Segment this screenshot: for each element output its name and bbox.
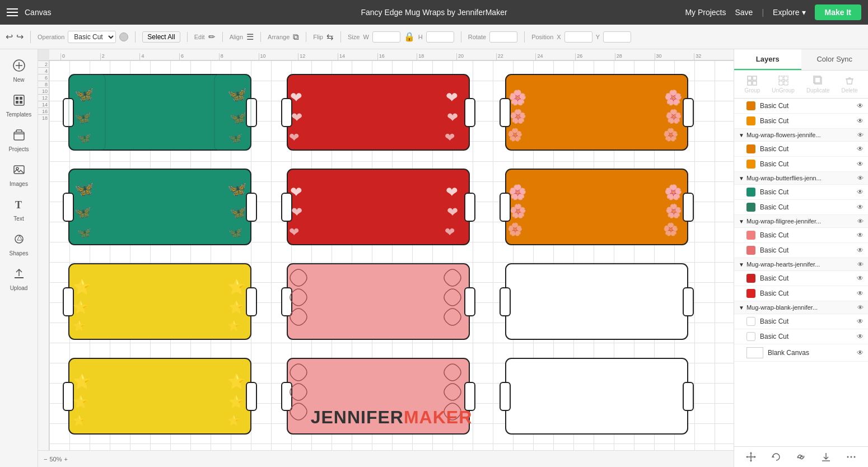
chevron-down-icon[interactable]: ▼ bbox=[739, 175, 744, 181]
group-visibility-toggle[interactable]: 👁 bbox=[857, 175, 864, 181]
width-input[interactable] bbox=[372, 31, 400, 43]
sidebar-item-new[interactable]: New bbox=[0, 55, 38, 87]
panel-footer-btn-4[interactable] bbox=[820, 451, 832, 463]
list-item[interactable]: Basic Cut 👁 bbox=[734, 329, 868, 344]
sidebar-item-upload[interactable]: Upload bbox=[0, 263, 38, 296]
mug-wrap[interactable]: ⭐ ⭐ ⭐ ⭐ ⭐ ⭐ bbox=[60, 261, 268, 344]
canvas-content[interactable]: 🦋 🦋 🦋 🦋 🦋 🦋 bbox=[49, 60, 734, 450]
rotate-input[interactable] bbox=[489, 31, 517, 43]
operation-select[interactable]: Basic Cut bbox=[68, 31, 116, 43]
mug-wrap[interactable] bbox=[497, 356, 704, 439]
list-item[interactable]: Basic Cut 👁 bbox=[734, 243, 868, 258]
layer-visibility-toggle[interactable]: 👁 bbox=[857, 117, 864, 125]
layer-visibility-toggle[interactable]: 👁 bbox=[857, 160, 864, 168]
layer-visibility-toggle[interactable]: 👁 bbox=[857, 231, 864, 239]
layer-visibility-toggle[interactable]: 👁 bbox=[857, 349, 864, 357]
arrange-button[interactable]: ⧉ bbox=[293, 32, 299, 42]
hamburger-menu[interactable] bbox=[7, 8, 18, 16]
canvas-area[interactable]: 0 2 4 6 8 10 12 14 16 18 20 22 24 26 28 … bbox=[38, 49, 734, 467]
layer-item-top-1[interactable]: Basic Cut 👁 bbox=[734, 99, 868, 114]
layer-visibility-toggle[interactable]: 👁 bbox=[857, 188, 864, 196]
shapes-label: Shapes bbox=[10, 250, 29, 256]
panel-footer-btn-1[interactable] bbox=[745, 451, 757, 463]
chevron-down-icon[interactable]: ▼ bbox=[739, 218, 744, 225]
sidebar-item-images[interactable]: Images bbox=[0, 159, 38, 192]
chevron-down-icon[interactable]: ▼ bbox=[739, 305, 744, 311]
layer-group-hearts[interactable]: ▼ Mug-wrap-hearts-jennifer... 👁 bbox=[734, 258, 868, 271]
save-button[interactable]: Save bbox=[735, 8, 753, 17]
chevron-down-icon[interactable]: ▼ bbox=[739, 261, 744, 268]
undo-button[interactable]: ↩ bbox=[6, 31, 13, 42]
mug-wrap[interactable]: 🦋 🦋 🦋 🦋 🦋 🦋 bbox=[60, 166, 268, 250]
delete-button[interactable]: Delete bbox=[842, 75, 858, 94]
layer-visibility-toggle[interactable]: 👁 bbox=[857, 246, 864, 254]
sidebar-item-shapes[interactable]: Shapes bbox=[0, 228, 38, 261]
zoom-out-button[interactable]: − bbox=[44, 456, 47, 463]
mug-wrap[interactable]: ❤ ❤ ❤ ❤ ❤ ❤ bbox=[279, 166, 486, 250]
list-item[interactable]: Basic Cut 👁 bbox=[734, 142, 868, 157]
layer-visibility-toggle[interactable]: 👁 bbox=[857, 274, 864, 282]
zoom-in-button[interactable]: + bbox=[64, 456, 67, 463]
group-visibility-toggle[interactable]: 👁 bbox=[857, 132, 864, 138]
layer-visibility-toggle[interactable]: 👁 bbox=[857, 102, 864, 110]
mug-wrap[interactable]: 🌸 🌸 🌸 🌸 🌸 🌸 bbox=[497, 72, 704, 155]
group-visibility-toggle[interactable]: 👁 bbox=[857, 304, 864, 311]
layer-item-top-2[interactable]: Basic Cut 👁 bbox=[734, 114, 868, 129]
group-visibility-toggle[interactable]: 👁 bbox=[857, 261, 864, 268]
watermark: JENNIFERMAKER bbox=[311, 407, 473, 428]
height-input[interactable] bbox=[426, 31, 454, 43]
align-button[interactable]: ☰ bbox=[246, 32, 254, 42]
layer-visibility-toggle[interactable]: 👁 bbox=[857, 289, 864, 297]
select-all-button[interactable]: Select All bbox=[142, 31, 180, 43]
mug-wrap[interactable] bbox=[497, 261, 704, 344]
layer-group-flowers[interactable]: ▼ Mug-wrap-flowers-jennife... 👁 bbox=[734, 129, 868, 142]
undo-redo-group: ↩ ↪ bbox=[6, 31, 24, 42]
list-item[interactable]: Basic Cut 👁 bbox=[734, 185, 868, 200]
layer-group-blank[interactable]: ▼ Mug-wrap-blank-jennifer... 👁 bbox=[734, 301, 868, 314]
make-it-button[interactable]: Make It bbox=[815, 4, 861, 20]
mug-wrap[interactable]: 🦋 🦋 🦋 🦋 🦋 🦋 bbox=[60, 72, 268, 155]
upload-icon bbox=[13, 268, 25, 283]
mug-wrap[interactable] bbox=[279, 261, 486, 344]
list-item[interactable]: Basic Cut 👁 bbox=[734, 314, 868, 329]
panel-footer-btn-3[interactable] bbox=[795, 451, 806, 463]
my-projects-link[interactable]: My Projects bbox=[685, 8, 726, 17]
list-item[interactable]: Basic Cut 👁 bbox=[734, 271, 868, 286]
flip-button[interactable]: ⇆ bbox=[326, 32, 334, 42]
sidebar-item-text[interactable]: T Text bbox=[0, 194, 38, 226]
edit-button[interactable]: ✏ bbox=[208, 32, 216, 42]
tab-layers[interactable]: Layers bbox=[734, 49, 801, 70]
list-item[interactable]: Basic Cut 👁 bbox=[734, 228, 868, 243]
panel-footer-btn-5[interactable] bbox=[846, 451, 857, 463]
layer-group-butterflies[interactable]: ▼ Mug-wrap-butterflies-jenn... 👁 bbox=[734, 172, 868, 185]
sidebar-item-templates[interactable]: Templates bbox=[0, 90, 38, 122]
group-button[interactable]: Group bbox=[745, 75, 760, 94]
images-label: Images bbox=[10, 181, 28, 187]
new-icon bbox=[13, 59, 25, 74]
sidebar-item-projects[interactable]: Projects bbox=[0, 124, 38, 157]
list-item[interactable]: Basic Cut 👁 bbox=[734, 286, 868, 301]
blank-canvas-item[interactable]: Blank Canvas 👁 bbox=[734, 344, 868, 362]
svg-text:❤: ❤ bbox=[445, 130, 455, 144]
list-item[interactable]: Basic Cut 👁 bbox=[734, 200, 868, 215]
y-input[interactable] bbox=[603, 31, 631, 43]
ungroup-button[interactable]: UnGroup bbox=[772, 75, 795, 94]
x-input[interactable] bbox=[564, 31, 592, 43]
mug-wrap[interactable]: ❤ ❤ ❤ ❤ ❤ ❤ bbox=[279, 72, 486, 155]
layer-visibility-toggle[interactable]: 👁 bbox=[857, 333, 864, 340]
layer-visibility-toggle[interactable]: 👁 bbox=[857, 203, 864, 211]
layer-group-filigree[interactable]: ▼ Mug-wrap-filigree-jennifer... 👁 bbox=[734, 215, 868, 228]
mug-wrap[interactable]: 🌸 🌸 🌸 🌸 🌸 🌸 bbox=[497, 166, 704, 250]
group-visibility-toggle[interactable]: 👁 bbox=[857, 218, 864, 225]
explore-button[interactable]: Explore ▾ bbox=[773, 8, 805, 17]
tab-color-sync[interactable]: Color Sync bbox=[801, 49, 869, 70]
mug-wrap[interactable]: ⭐ ⭐ ⭐ ⭐ ⭐ ⭐ bbox=[60, 356, 268, 439]
layer-visibility-toggle[interactable]: 👁 bbox=[857, 317, 864, 325]
list-item[interactable]: Basic Cut 👁 bbox=[734, 157, 868, 172]
duplicate-button[interactable]: Duplicate bbox=[806, 75, 830, 94]
panel-footer-btn-2[interactable] bbox=[771, 451, 782, 463]
svg-text:⭐: ⭐ bbox=[228, 394, 244, 409]
redo-button[interactable]: ↪ bbox=[16, 31, 24, 42]
chevron-down-icon[interactable]: ▼ bbox=[739, 132, 744, 138]
layer-visibility-toggle[interactable]: 👁 bbox=[857, 145, 864, 153]
